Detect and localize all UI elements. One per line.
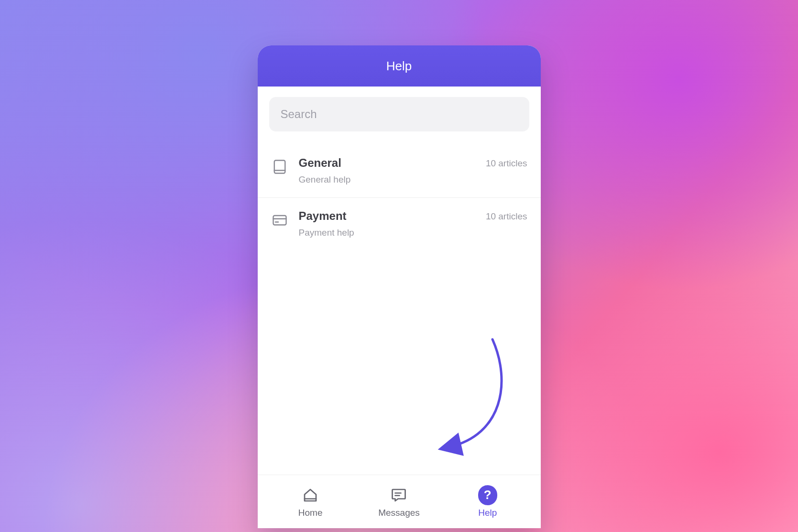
svg-rect-2 <box>273 216 286 225</box>
credit-card-icon <box>271 211 288 228</box>
widget-title: Help <box>386 59 412 74</box>
nav-label: Messages <box>378 508 420 518</box>
bottom-nav: Home Messages ? Help <box>258 475 541 528</box>
help-icon: ? <box>478 486 497 505</box>
search-container <box>258 87 541 145</box>
search-input[interactable] <box>269 97 529 131</box>
category-count: 10 articles <box>486 211 527 222</box>
help-widget: Help General General help 10 articles <box>258 45 541 528</box>
nav-messages[interactable]: Messages <box>370 486 427 518</box>
category-title: Payment <box>299 209 475 223</box>
category-item-general[interactable]: General General help 10 articles <box>258 145 541 197</box>
category-item-payment[interactable]: Payment Payment help 10 articles <box>258 197 541 250</box>
nav-home[interactable]: Home <box>282 486 339 518</box>
category-count: 10 articles <box>486 158 527 169</box>
category-subtitle: General help <box>299 174 475 185</box>
svg-rect-0 <box>274 161 285 174</box>
home-icon <box>301 486 320 505</box>
category-texts: General General help <box>299 156 475 185</box>
nav-label: Home <box>298 508 323 518</box>
widget-header: Help <box>258 45 541 87</box>
nav-help[interactable]: ? Help <box>459 486 516 518</box>
app-screenshot: Help General General help 10 articles <box>0 0 798 532</box>
category-texts: Payment Payment help <box>299 209 475 238</box>
category-title: General <box>299 156 475 170</box>
nav-label: Help <box>478 508 497 518</box>
messages-icon <box>389 486 408 505</box>
category-list: General General help 10 articles Payment… <box>258 145 541 475</box>
question-mark-icon: ? <box>478 485 497 505</box>
book-icon <box>271 158 288 175</box>
category-subtitle: Payment help <box>299 228 475 238</box>
